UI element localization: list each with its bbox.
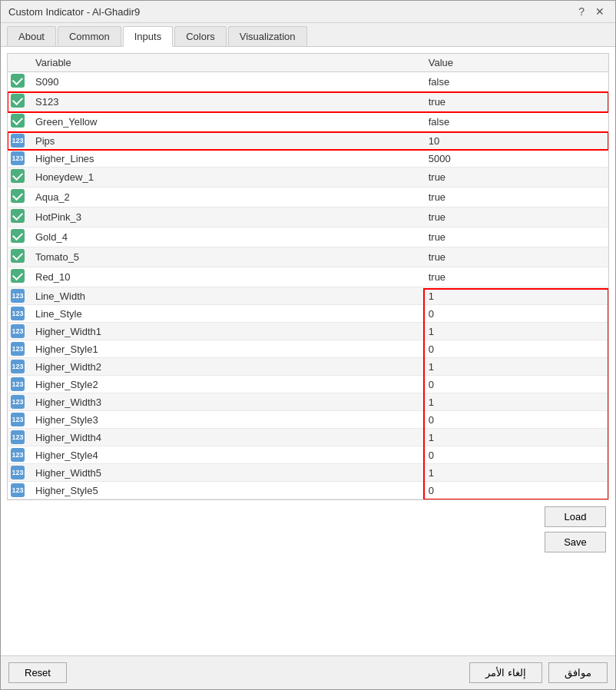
row-icon-cell: 123: [8, 287, 29, 305]
row-variable: Honeydew_1: [29, 168, 422, 187]
row-value[interactable]: 1: [422, 393, 608, 411]
row-value[interactable]: 1: [422, 358, 608, 376]
num-icon: 123: [11, 430, 25, 444]
table-row: 123Higher_Style20: [8, 376, 608, 393]
row-value[interactable]: 0: [422, 411, 608, 429]
tab-colors[interactable]: Colors: [174, 26, 227, 46]
row-variable: S123: [29, 92, 422, 112]
row-variable: Higher_Style2: [29, 376, 422, 393]
row-value[interactable]: 10: [422, 132, 608, 150]
reset-button[interactable]: Reset: [8, 662, 67, 683]
num-icon: 123: [11, 360, 25, 373]
row-value[interactable]: true: [422, 168, 608, 187]
row-icon-cell: 123: [8, 464, 29, 482]
row-variable: Red_10: [29, 267, 422, 287]
help-button[interactable]: ?: [575, 5, 588, 18]
tab-inputs[interactable]: Inputs: [123, 26, 173, 47]
row-variable: Line_Style: [29, 305, 422, 323]
row-icon-cell: 123: [8, 446, 29, 464]
row-icon-cell: 123: [8, 411, 29, 429]
tab-bar: About Common Inputs Colors Visualization: [1, 23, 615, 47]
inputs-table-container[interactable]: Variable Value S090falseS123trueGreen_Ye…: [7, 53, 609, 500]
num-icon: 123: [11, 151, 25, 165]
window-title: Custom Indicator - Al-Ghadir9: [8, 6, 140, 18]
cancel-button[interactable]: إلغاء الأمر: [469, 662, 542, 683]
row-variable: Higher_Style4: [29, 446, 422, 464]
num-icon: 123: [11, 324, 25, 338]
row-icon-cell: [8, 112, 29, 132]
row-value[interactable]: 1: [422, 287, 608, 305]
bool-icon: [11, 189, 25, 203]
row-icon-cell: 123: [8, 376, 29, 393]
row-value[interactable]: 1: [422, 429, 608, 446]
num-icon: 123: [11, 377, 25, 391]
row-value[interactable]: 0: [422, 482, 608, 499]
row-value[interactable]: true: [422, 92, 608, 112]
col-variable-header: Variable: [29, 54, 422, 72]
num-icon: 123: [11, 395, 25, 409]
row-value[interactable]: true: [422, 267, 608, 287]
bool-icon: [11, 114, 25, 128]
row-icon-cell: 123: [8, 340, 29, 358]
close-button[interactable]: ✕: [592, 5, 608, 18]
inputs-table: Variable Value S090falseS123trueGreen_Ye…: [8, 54, 608, 499]
table-body: S090falseS123trueGreen_Yellowfalse123Pip…: [8, 72, 608, 499]
row-variable: S090: [29, 72, 422, 92]
table-row: 123Higher_Width21: [8, 358, 608, 376]
row-value[interactable]: 0: [422, 376, 608, 393]
table-row: 123Higher_Style40: [8, 446, 608, 464]
row-variable: Line_Width: [29, 287, 422, 305]
bool-icon: [11, 74, 25, 88]
bottom-section: Load Save: [7, 500, 609, 556]
table-row: 123Line_Width1: [8, 287, 608, 305]
row-icon-cell: [8, 267, 29, 287]
row-value[interactable]: true: [422, 247, 608, 267]
tab-common[interactable]: Common: [58, 26, 121, 46]
row-value[interactable]: true: [422, 207, 608, 227]
save-button[interactable]: Save: [545, 532, 606, 552]
row-value[interactable]: true: [422, 227, 608, 247]
main-window: Custom Indicator - Al-Ghadir9 ? ✕ About …: [0, 0, 616, 690]
row-value[interactable]: false: [422, 72, 608, 92]
row-variable: Higher_Width1: [29, 323, 422, 340]
row-variable: Higher_Lines: [29, 150, 422, 168]
row-variable: Aqua_2: [29, 187, 422, 207]
row-variable: Higher_Width4: [29, 429, 422, 446]
table-row: Tomato_5true: [8, 247, 608, 267]
table-row: 123Higher_Lines5000: [8, 150, 608, 168]
row-value[interactable]: true: [422, 187, 608, 207]
row-icon-cell: [8, 207, 29, 227]
footer: Reset إلغاء الأمر موافق: [1, 655, 615, 689]
table-row: Gold_4true: [8, 227, 608, 247]
row-variable: Higher_Style1: [29, 340, 422, 358]
row-value[interactable]: 0: [422, 446, 608, 464]
row-variable: Higher_Width2: [29, 358, 422, 376]
row-variable: Higher_Style5: [29, 482, 422, 499]
row-icon-cell: 123: [8, 429, 29, 446]
num-icon: 123: [11, 483, 25, 497]
row-icon-cell: [8, 92, 29, 112]
table-row: Aqua_2true: [8, 187, 608, 207]
row-variable: Higher_Width3: [29, 393, 422, 411]
table-row: 123Higher_Width51: [8, 464, 608, 482]
row-value[interactable]: false: [422, 112, 608, 132]
row-icon-cell: 123: [8, 132, 29, 150]
row-value[interactable]: 0: [422, 305, 608, 323]
num-icon: 123: [11, 466, 25, 479]
row-value[interactable]: 5000: [422, 150, 608, 168]
row-value[interactable]: 1: [422, 464, 608, 482]
tab-about[interactable]: About: [7, 26, 56, 46]
tab-visualization[interactable]: Visualization: [228, 26, 307, 46]
row-icon-cell: [8, 247, 29, 267]
row-icon-cell: 123: [8, 323, 29, 340]
num-icon: 123: [11, 413, 25, 426]
row-value[interactable]: 1: [422, 323, 608, 340]
title-controls: ? ✕: [575, 5, 608, 18]
load-button[interactable]: Load: [545, 506, 606, 527]
row-variable: Tomato_5: [29, 247, 422, 267]
ok-button[interactable]: موافق: [548, 662, 608, 683]
col-value-header: Value: [422, 54, 608, 72]
row-value[interactable]: 0: [422, 340, 608, 358]
col-icon-header: [8, 54, 29, 72]
table-row: 123Higher_Width11: [8, 323, 608, 340]
